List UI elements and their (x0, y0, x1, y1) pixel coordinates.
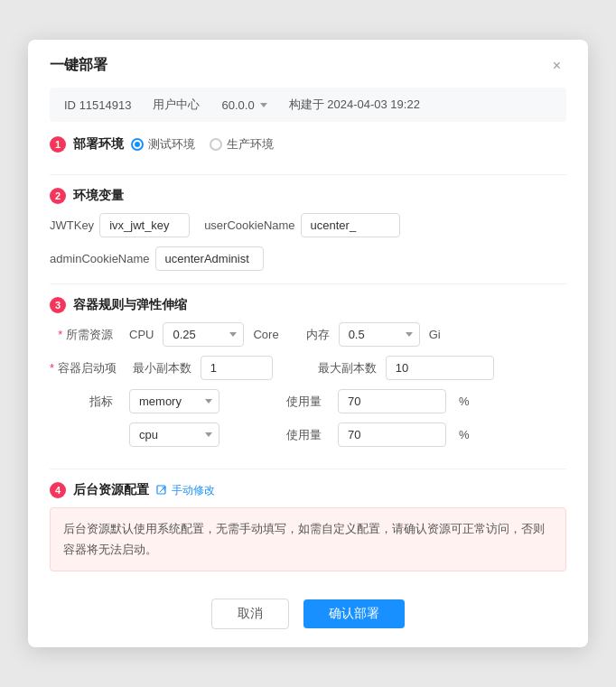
manual-edit-link[interactable]: 手动修改 (156, 483, 215, 498)
cpu-select-wrapper: 0.25 0.5 1 (163, 322, 244, 347)
startup-row: * 容器启动项 最小副本数 最大副本数 (50, 356, 566, 380)
info-version: 60.0.0 (221, 98, 254, 112)
radio-test-dot (131, 138, 144, 151)
modal-dialog: 一键部署 × ID 11514913 用户中心 60.0.0 构建于 2024-… (28, 40, 588, 646)
backend-title: 后台资源配置 (73, 482, 149, 498)
radio-test-env[interactable]: 测试环境 (131, 136, 195, 153)
confirm-button[interactable]: 确认部署 (303, 599, 405, 628)
container-header: 3 容器规则与弹性伸缩 (50, 297, 566, 313)
step-4-badge: 4 (50, 482, 66, 498)
radio-prod-label: 生产环境 (227, 136, 274, 153)
percent-1: % (459, 395, 470, 408)
jwt-key-label: JWTKey (50, 218, 94, 232)
max-replicas-input[interactable] (386, 356, 494, 380)
env-vars-header: 2 环境变量 (50, 188, 566, 204)
modal-header: 一键部署 × (28, 40, 588, 88)
metric-row-2: cpu memory 使用量 % (50, 422, 566, 447)
info-app-name: 用户中心 (153, 97, 200, 113)
metric1-select[interactable]: memory cpu (129, 389, 219, 413)
divider-3 (50, 469, 566, 469)
metric2-select-wrapper: cpu memory (129, 422, 219, 447)
cpu-label: CPU (129, 328, 154, 341)
backend-section: 4 后台资源配置 手动修改 后台资源默认使用系统配置，无需手动填写，如需自定义配… (28, 482, 588, 583)
deploy-env-title: 部署环境 (73, 136, 124, 153)
divider-1 (50, 174, 566, 175)
cpu-select[interactable]: 0.25 0.5 1 (163, 322, 244, 347)
info-version-wrapper: 60.0.0 (221, 98, 266, 112)
step-1-badge: 1 (50, 136, 66, 153)
metric-row-1: 指标 memory cpu 使用量 % (50, 389, 566, 413)
radio-prod-dot (210, 138, 222, 151)
modal-footer: 取消 确认部署 (28, 584, 588, 647)
info-box: 后台资源默认使用系统配置，无需手动填写，如需自定义配置，请确认资源可正常访问，否… (50, 507, 566, 571)
memory-label: 内存 (306, 327, 330, 343)
step-2-badge: 2 (50, 188, 66, 204)
metric2-select[interactable]: cpu memory (129, 422, 219, 447)
deploy-env-section: 1 部署环境 测试环境 生产环境 (28, 136, 588, 174)
env-vars-fields: JWTKey userCookieName adminCookieName (50, 213, 566, 271)
user-cookie-label: userCookieName (204, 218, 294, 232)
percent-2: % (459, 428, 470, 441)
modal-overlay: 一键部署 × ID 11514913 用户中心 60.0.0 构建于 2024-… (0, 0, 616, 687)
env-vars-section: 2 环境变量 JWTKey userCookieName adminCookie… (28, 188, 588, 283)
step-3-badge: 3 (50, 297, 66, 313)
info-bar: ID 11514913 用户中心 60.0.0 构建于 2024-04-03 1… (50, 88, 566, 122)
info-built: 构建于 2024-04-03 19:22 (289, 97, 420, 113)
modal-title: 一键部署 (50, 56, 107, 75)
resources-row: * 所需资源 CPU 0.25 0.5 1 Core 内存 0.5 1 (50, 322, 566, 347)
radio-test-label: 测试环境 (148, 136, 195, 153)
user-cookie-input[interactable] (301, 213, 400, 237)
admin-cookie-group: adminCookieName (50, 246, 264, 271)
radio-prod-env[interactable]: 生产环境 (210, 136, 274, 153)
resources-asterisk: * 所需资源 (50, 327, 113, 343)
edit-icon (156, 485, 168, 497)
startup-label: * 容器启动项 (50, 360, 117, 376)
min-replicas-input[interactable] (201, 356, 273, 380)
container-section: 3 容器规则与弹性伸缩 * 所需资源 CPU 0.25 0.5 1 Core (28, 297, 588, 469)
jwt-key-input[interactable] (99, 213, 190, 237)
admin-cookie-label: adminCookieName (50, 252, 150, 265)
close-button[interactable]: × (547, 57, 566, 75)
manual-edit-label: 手动修改 (172, 483, 215, 498)
min-replicas-label: 最小副本数 (133, 360, 191, 376)
version-dropdown-icon[interactable] (260, 103, 267, 107)
cpu-unit: Core (253, 328, 278, 341)
usage-input-2[interactable] (338, 422, 446, 447)
backend-header: 4 后台资源配置 手动修改 (50, 482, 566, 498)
usage-input-1[interactable] (338, 389, 446, 413)
memory-unit: Gi (429, 328, 441, 341)
container-title: 容器规则与弹性伸缩 (73, 297, 187, 313)
info-id: ID 11514913 (64, 98, 131, 112)
divider-2 (50, 283, 566, 284)
env-vars-title: 环境变量 (73, 188, 124, 204)
admin-cookie-input[interactable] (155, 246, 264, 271)
max-replicas-label: 最大副本数 (318, 360, 377, 376)
metric1-select-wrapper: memory cpu (129, 389, 219, 413)
usage-label-1: 使用量 (286, 394, 322, 410)
metric-label: 指标 (50, 394, 113, 410)
memory-select-wrapper: 0.5 1 2 (339, 322, 420, 347)
deploy-env-header: 1 部署环境 测试环境 生产环境 (50, 136, 566, 153)
usage-label-2: 使用量 (286, 427, 322, 443)
info-text: 后台资源默认使用系统配置，无需手动填写，如需自定义配置，请确认资源可正常访问，否… (63, 522, 545, 555)
env-radio-group: 测试环境 生产环境 (131, 136, 274, 153)
cancel-button[interactable]: 取消 (211, 599, 289, 629)
jwt-key-group: JWTKey (50, 213, 190, 237)
user-cookie-group: userCookieName (204, 213, 399, 237)
memory-select[interactable]: 0.5 1 2 (339, 322, 420, 347)
